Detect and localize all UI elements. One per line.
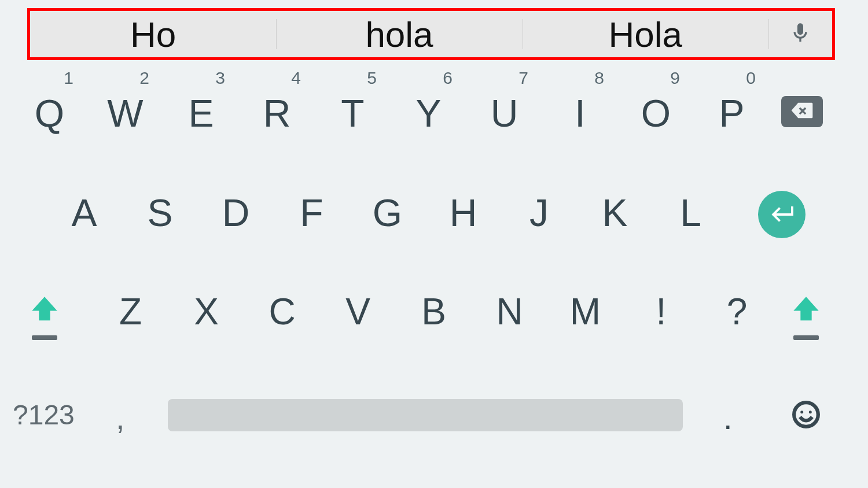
key-label: I [542, 91, 618, 135]
key-label: U [466, 91, 542, 135]
key-label: O [618, 91, 694, 135]
suggestion-3[interactable]: Hola [523, 11, 768, 57]
svg-point-0 [794, 402, 818, 427]
shift-lock-indicator [32, 335, 57, 340]
key-hint-4: 4 [291, 68, 301, 88]
key-label: Q [12, 91, 87, 135]
spacebar-key[interactable] [168, 399, 683, 431]
suggestion-1[interactable]: Ho [30, 11, 276, 57]
key-b[interactable]: B [396, 290, 472, 342]
key-label: W [87, 91, 163, 135]
key-hint-8: 8 [594, 68, 604, 88]
key-a[interactable]: A [46, 191, 122, 243]
key-hint-6: 6 [443, 68, 453, 88]
key-hint-5: 5 [367, 68, 377, 88]
key-f[interactable]: F [274, 191, 350, 243]
key-w[interactable]: 2W [87, 68, 163, 155]
key-p[interactable]: 0P [694, 68, 770, 155]
key-comma[interactable]: , [116, 399, 125, 437]
key-s[interactable]: S [122, 191, 198, 243]
key-r[interactable]: 4R [239, 68, 315, 155]
svg-point-2 [809, 411, 812, 413]
shift-lock-indicator [793, 335, 819, 340]
key-hint-9: 9 [670, 68, 680, 88]
key-question[interactable]: ? [699, 290, 775, 342]
key-l[interactable]: L [653, 191, 729, 243]
key-m[interactable]: M [547, 290, 623, 342]
key-n[interactable]: N [472, 290, 547, 342]
shift-key-left[interactable] [19, 293, 71, 356]
backspace-key[interactable] [781, 96, 823, 127]
key-label: T [315, 91, 391, 135]
shift-up-icon [28, 318, 61, 328]
key-e[interactable]: 3E [163, 68, 239, 155]
key-i[interactable]: 8I [542, 68, 618, 155]
symbols-toggle-key[interactable]: ?123 [13, 399, 75, 431]
key-exclamation[interactable]: ! [623, 290, 699, 342]
key-hint-0: 0 [746, 68, 756, 88]
key-label: P [694, 91, 770, 135]
key-u[interactable]: 7U [466, 68, 542, 155]
key-h[interactable]: H [425, 191, 501, 243]
key-t[interactable]: 5T [315, 68, 391, 155]
key-z[interactable]: Z [93, 290, 168, 342]
key-label: E [163, 91, 239, 135]
keyboard-bottom-row: ?123 , . [0, 394, 868, 446]
shift-key-right[interactable] [780, 293, 832, 356]
key-o[interactable]: 9O [618, 68, 694, 155]
key-d[interactable]: D [198, 191, 274, 243]
shift-up-icon [789, 318, 823, 328]
key-label: Y [391, 91, 466, 135]
key-period[interactable]: . [723, 399, 733, 437]
key-hint-3: 3 [215, 68, 225, 88]
key-c[interactable]: C [244, 290, 320, 342]
suggestion-2[interactable]: hola [276, 11, 522, 57]
key-g[interactable]: G [350, 191, 425, 243]
microphone-icon [789, 21, 812, 47]
suggestion-bar: Ho hola Hola [27, 8, 835, 60]
enter-icon [768, 199, 796, 230]
key-v[interactable]: V [320, 290, 396, 342]
key-hint-7: 7 [518, 68, 528, 88]
enter-key[interactable] [758, 191, 806, 238]
key-hint-1: 1 [64, 68, 73, 88]
key-label: R [239, 91, 315, 135]
key-k[interactable]: K [577, 191, 653, 243]
key-hint-2: 2 [139, 68, 149, 88]
key-j[interactable]: J [501, 191, 577, 243]
emoji-key[interactable] [792, 400, 821, 431]
svg-point-1 [800, 411, 803, 413]
key-x[interactable]: X [168, 290, 244, 342]
key-y[interactable]: 6Y [391, 68, 466, 155]
backspace-icon [787, 99, 817, 124]
voice-input-button[interactable] [768, 11, 832, 57]
key-q[interactable]: 1Q [12, 68, 87, 155]
emoji-icon [792, 421, 821, 431]
